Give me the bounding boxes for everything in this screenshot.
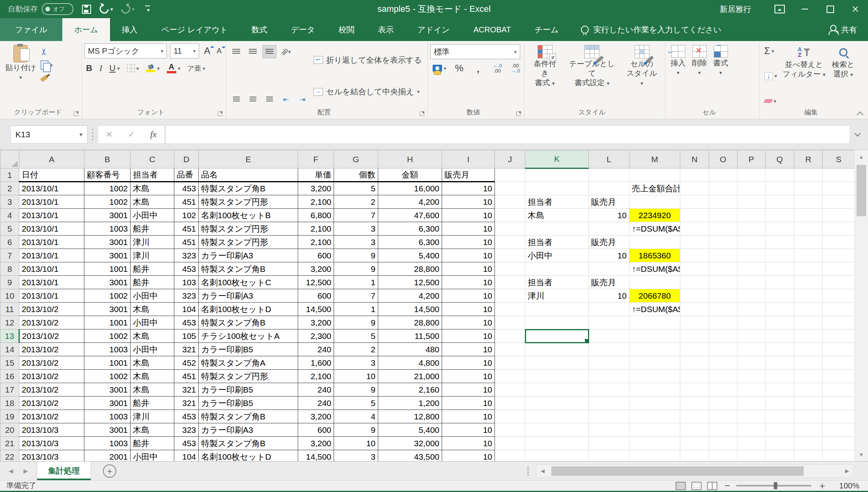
cell-J10[interactable] [495, 289, 525, 303]
cell-O17[interactable] [709, 383, 737, 397]
cell-Q4[interactable] [765, 209, 794, 222]
cell-S1[interactable] [823, 168, 855, 182]
redo-button[interactable]: ▾ [121, 3, 135, 15]
column-header-L[interactable]: L [589, 150, 629, 168]
cell-N11[interactable] [680, 303, 709, 316]
row-header-8[interactable]: 8 [0, 262, 19, 276]
cell-M15[interactable] [629, 356, 680, 370]
cell-K12[interactable] [525, 316, 589, 329]
cell-E3[interactable]: 特製スタンプ円形 [199, 195, 298, 209]
cell-S13[interactable] [823, 329, 855, 343]
cell-O4[interactable] [709, 209, 737, 222]
cell-F12[interactable]: 3,200 [298, 316, 334, 329]
cell-E18[interactable]: カラー印刷B5 [199, 397, 298, 410]
cell-B3[interactable]: 1002 [84, 195, 131, 209]
cell-A19[interactable]: 2013/10/2 [19, 410, 84, 423]
cell-P22[interactable] [737, 450, 765, 462]
cell-E22[interactable]: 名刺100枚セットD [199, 450, 298, 462]
formula-input[interactable] [166, 125, 850, 144]
cell-G18[interactable]: 5 [334, 397, 378, 410]
cell-N15[interactable] [680, 356, 709, 370]
cell-H21[interactable]: 32,000 [378, 437, 442, 450]
row-header-18[interactable]: 18 [0, 397, 19, 410]
decrease-indent-button[interactable]: ⇤ [279, 93, 293, 106]
cell-J19[interactable] [495, 410, 525, 423]
cell-D1[interactable]: 品番 [174, 168, 199, 182]
decrease-font-button[interactable]: A [215, 45, 223, 57]
row-header-10[interactable]: 10 [0, 289, 19, 303]
cell-S6[interactable] [823, 236, 855, 249]
page-break-view-button[interactable] [707, 482, 717, 490]
cell-G16[interactable]: 10 [334, 370, 378, 383]
cell-J17[interactable] [495, 383, 525, 397]
cell-C21[interactable]: 船井 [131, 437, 174, 450]
cell-B21[interactable]: 1003 [84, 437, 131, 450]
cell-H4[interactable]: 47,600 [378, 209, 442, 222]
cell-D8[interactable]: 453 [174, 262, 199, 276]
cell-H20[interactable]: 5,400 [378, 423, 442, 437]
tab-addins[interactable]: アドイン [406, 18, 462, 41]
cell-A13[interactable]: 2013/10/2 [19, 329, 84, 343]
cell-L14[interactable] [589, 343, 629, 356]
cell-G20[interactable]: 9 [334, 423, 378, 437]
cell-B9[interactable]: 3001 [84, 276, 131, 289]
vertical-scroll-thumb[interactable] [857, 165, 866, 216]
cell-D13[interactable]: 105 [174, 329, 199, 343]
column-header-G[interactable]: G [334, 150, 378, 168]
cell-H2[interactable]: 16,000 [378, 182, 442, 195]
normal-view-button[interactable] [676, 482, 686, 490]
cell-S3[interactable] [823, 195, 855, 209]
cell-I12[interactable]: 10 [442, 316, 495, 329]
cell-D3[interactable]: 451 [174, 195, 199, 209]
align-right-button[interactable] [262, 93, 276, 106]
cell-M1[interactable] [629, 168, 680, 182]
copy-button[interactable]: ▾ [39, 59, 54, 71]
cell-C19[interactable]: 津川 [131, 410, 174, 423]
cell-I19[interactable]: 10 [442, 410, 495, 423]
cell-A21[interactable]: 2013/10/3 [19, 437, 84, 450]
cell-L5[interactable] [589, 222, 629, 236]
cell-F8[interactable]: 3,200 [298, 262, 334, 276]
cell-H14[interactable]: 480 [378, 343, 442, 356]
cell-B6[interactable]: 3001 [84, 236, 131, 249]
cell-I3[interactable]: 10 [442, 195, 495, 209]
cell-M6[interactable] [629, 236, 680, 249]
cell-O19[interactable] [709, 410, 737, 423]
cell-J13[interactable] [495, 329, 525, 343]
row-header-4[interactable]: 4 [0, 209, 19, 222]
cell-H1[interactable]: 金額 [378, 168, 442, 182]
cell-F13[interactable]: 2,300 [298, 329, 334, 343]
cell-I20[interactable]: 10 [442, 423, 495, 437]
cell-K7[interactable]: 小田中 [525, 249, 589, 262]
cell-G2[interactable]: 5 [334, 182, 378, 195]
cell-D10[interactable]: 323 [174, 289, 199, 303]
cell-O3[interactable] [709, 195, 737, 209]
cell-F18[interactable]: 240 [298, 397, 334, 410]
ribbon-display-options-button[interactable] [767, 0, 792, 18]
cell-K21[interactable] [525, 437, 589, 450]
align-left-button[interactable] [229, 93, 243, 106]
cell-I21[interactable]: 10 [442, 437, 495, 450]
row-header-2[interactable]: 2 [0, 182, 19, 195]
cell-B1[interactable]: 顧客番号 [84, 168, 131, 182]
cell-M13[interactable] [629, 329, 680, 343]
cell-Q5[interactable] [765, 222, 794, 236]
cell-R13[interactable] [794, 329, 823, 343]
cell-F5[interactable]: 2,100 [298, 222, 334, 236]
cell-G19[interactable]: 4 [334, 410, 378, 423]
underline-button[interactable]: U▾ [108, 62, 121, 74]
cell-N20[interactable] [680, 423, 709, 437]
cell-L21[interactable] [589, 437, 629, 450]
expand-formula-bar-button[interactable] [850, 133, 865, 136]
cell-A9[interactable]: 2013/10/1 [19, 276, 84, 289]
merge-center-button[interactable]: ↔セルを結合して中央揃え▾ [314, 84, 422, 100]
cell-A20[interactable]: 2013/10/3 [19, 423, 84, 437]
cancel-entry-button[interactable]: ✕ [98, 130, 120, 139]
column-header-E[interactable]: E [199, 150, 298, 168]
tab-page-layout[interactable]: ページ レイアウト [149, 18, 240, 41]
cell-J12[interactable] [495, 316, 525, 329]
cell-Q6[interactable] [765, 236, 794, 249]
cell-R18[interactable] [794, 397, 823, 410]
cell-D17[interactable]: 321 [174, 383, 199, 397]
cell-E13[interactable]: チラシ100枚セットA [199, 329, 298, 343]
